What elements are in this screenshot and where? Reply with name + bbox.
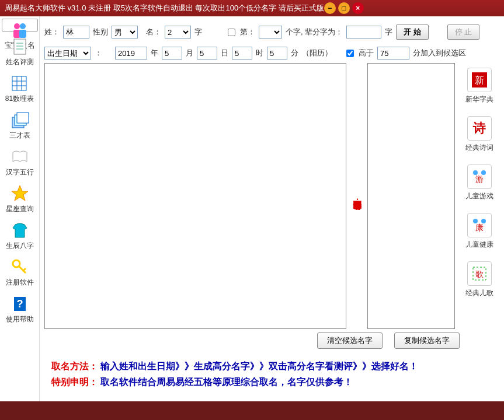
nth-select[interactable] (259, 26, 282, 38)
grid-icon (10, 74, 29, 93)
sidebar-item-register[interactable]: 注册软件 (5, 257, 35, 289)
minimize-button[interactable]: − (324, 2, 336, 14)
footer: 取名方法： 输入姓和出生日期》》生成高分名字》》双击高分名字看测评》》选择好名！… (44, 352, 499, 397)
maximize-button[interactable]: □ (338, 2, 350, 14)
shirt-icon (11, 221, 29, 240)
hour-input[interactable] (232, 47, 252, 60)
poetry-icon: 诗 (467, 116, 492, 141)
stack-icon (11, 111, 29, 130)
sidebar-item-bazi[interactable]: 生辰八字 (5, 220, 35, 252)
right-sidebar: 新 新华字典 诗 经典诗词 游 儿童游戏 康 儿童健康 歌 经典儿歌 (460, 63, 499, 329)
svg-point-0 (14, 23, 20, 29)
footer-notice-text: 取名软件结合周易易经五格等原理综合取名，名字仅供参考！ (100, 377, 353, 387)
svg-text:歌: 歌 (475, 270, 484, 279)
footer-method-label: 取名方法： (51, 361, 98, 371)
minute-input[interactable] (267, 47, 287, 60)
form-row-1: 姓： 性别 男 名： 2 字 第： 个字, 辈分字为： 字 开 始 停 止 (44, 21, 499, 43)
surname-input[interactable] (63, 26, 89, 38)
svg-rect-15 (17, 113, 29, 123)
clear-candidates-button[interactable]: 清空候选名字 (317, 332, 383, 349)
xinhua-icon: 新 (467, 68, 492, 92)
svg-point-1 (20, 23, 26, 29)
title-bar: 周易起名大师软件 v31.0 未注册 取5次名字软件自动退出 每次取出100个低… (0, 0, 504, 16)
sidebar-item-81-table[interactable]: 81数理表 (4, 73, 35, 105)
nth-checkbox[interactable] (228, 29, 235, 36)
sidebar-item-zodiac[interactable]: 星座查询 (5, 183, 35, 215)
document-icon (11, 37, 29, 56)
sidebar-item-sancai[interactable]: 三才表 (8, 110, 32, 142)
svg-text:诗: 诗 (472, 121, 486, 135)
sidebar-item-wuxing[interactable]: 汉字五行 (5, 146, 35, 178)
day-input[interactable] (197, 47, 217, 60)
form-row-2: 出生日期 ： 年 月 日 时 分 （阳历） 高于 分加入到候选区 (44, 43, 499, 63)
right-item-songs[interactable]: 歌 经典儿歌 (465, 261, 493, 298)
song-icon: 歌 (467, 261, 492, 286)
right-item-poetry[interactable]: 诗 经典诗词 (465, 116, 493, 153)
footer-method-text: 输入姓和出生日期》》生成高分名字》》双击高分名字看测评》》选择好名！ (100, 361, 418, 371)
right-item-games[interactable]: 游 儿童游戏 (465, 164, 493, 201)
right-item-dictionary[interactable]: 新 新华字典 (465, 68, 493, 104)
close-button[interactable]: × (352, 2, 364, 14)
results-list[interactable] (44, 63, 346, 329)
gender-select[interactable]: 男 (112, 26, 138, 38)
name-label: 名： (146, 27, 161, 37)
month-input[interactable] (162, 47, 182, 60)
svg-rect-8 (12, 76, 26, 90)
sidebar-item-baby-name[interactable]: 宝宝取名 (2, 19, 38, 32)
key-icon (11, 258, 29, 276)
chars-select[interactable]: 2 (165, 26, 191, 38)
footer-notice-label: 特别申明： (51, 377, 98, 387)
surname-label: 姓： (44, 27, 60, 37)
sidebar-item-help[interactable]: ? 使用帮助 (5, 293, 35, 326)
right-item-health[interactable]: 康 儿童健康 (465, 213, 493, 250)
app-title: 周易起名大师软件 v31.0 未注册 取5次名字软件自动退出 每次取出100个低… (5, 3, 324, 13)
nth-label: 第： (240, 27, 255, 37)
svg-text:?: ? (16, 298, 23, 310)
health-icon: 康 (467, 213, 492, 237)
svg-text:新: 新 (475, 75, 484, 85)
book-icon (11, 148, 29, 166)
copy-candidates-button[interactable]: 复制候选名字 (394, 332, 460, 349)
birth-select[interactable]: 出生日期 (44, 47, 91, 60)
svg-text:游: 游 (475, 174, 484, 184)
help-icon: ? (11, 295, 29, 313)
start-button[interactable]: 开 始 (396, 24, 429, 40)
svg-line-18 (23, 268, 26, 271)
candidate-list[interactable] (367, 63, 455, 329)
svg-text:康: 康 (475, 223, 484, 232)
gt-label: 高于 (359, 48, 374, 58)
svg-rect-4 (14, 39, 26, 54)
sidebar-item-name-eval[interactable]: 姓名评测 (5, 36, 35, 68)
year-input[interactable] (115, 47, 147, 60)
gt-input[interactable] (377, 47, 409, 60)
stop-button[interactable]: 停 止 (447, 24, 480, 40)
generation-input[interactable] (346, 26, 381, 38)
left-sidebar: 宝宝取名 姓名评测 81数理表 三才表 汉字五行 星座查询 生辰八字 注册软件 (0, 16, 40, 401)
game-icon: 游 (467, 164, 492, 189)
candidate-vertical-label: 候选名字列表双击可查看详细解释： (351, 63, 363, 329)
gt-checkbox[interactable] (346, 50, 354, 57)
star-icon (11, 184, 29, 203)
gender-label: 性别 (93, 27, 108, 37)
